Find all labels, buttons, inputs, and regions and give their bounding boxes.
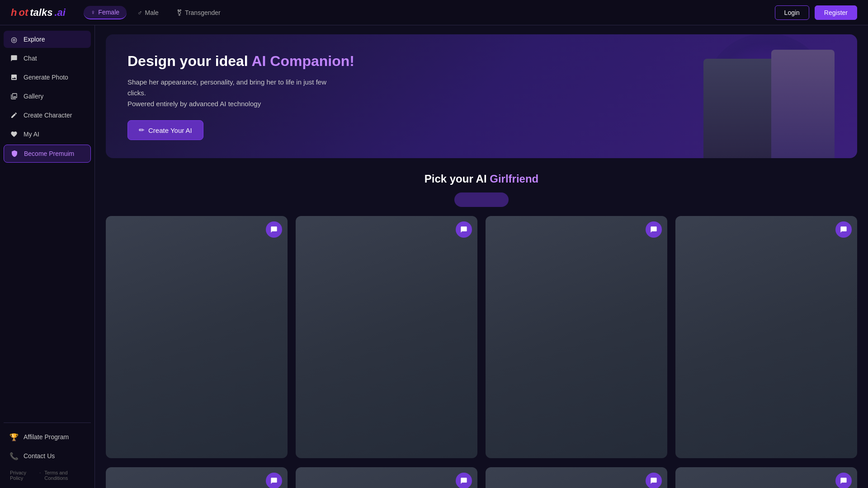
card-placeholder-8 [675,467,857,488]
sidebar-premium-label: Become Premuim [24,150,74,157]
character-card-6[interactable] [296,467,477,488]
sidebar-gallery-label: Gallery [24,93,43,100]
character-card-4[interactable] [675,216,857,458]
tab-male-label: Male [145,9,159,16]
character-card-8[interactable] [675,467,857,488]
chat-icon [10,54,18,62]
hero-subtitle: Shape her appearance, personality, and b… [127,77,344,109]
character-card-5[interactable] [106,467,288,488]
sidebar-item-affiliate[interactable]: 🏆 Affilate Program [4,428,91,446]
logo-ai: .ai [54,7,65,19]
privacy-policy-link[interactable]: Privacy Policy [10,470,36,481]
hero-character-2 [771,50,835,158]
main-content: Design your ideal AI Companion! Shape he… [95,25,868,488]
nav-tabs: ♀ Female ♂ Male ⚧ Transgender [84,6,775,19]
create-ai-label: Create Your AI [148,127,192,134]
main-layout: ◎ Explore Chat Generate Photo Gallery [0,25,868,488]
character-card-7[interactable] [486,467,667,488]
sidebar-generate-photo-label: Generate Photo [24,74,68,81]
tab-transgender[interactable]: ⚧ Transgender [170,6,228,19]
card-placeholder-5 [106,467,288,488]
male-icon: ♂ [137,9,142,16]
card-placeholder-1 [106,216,288,458]
card-placeholder-2 [296,216,477,458]
sidebar-item-contact[interactable]: 📞 Contact Us [4,447,91,465]
explore-icon: ◎ [10,35,18,43]
hero-character-1 [703,59,776,158]
card-placeholder-6 [296,467,477,488]
chat-bubble-btn-7[interactable] [646,473,662,488]
section-title-highlight: Girlfriend [490,173,538,185]
card-placeholder-3 [486,216,667,458]
register-button[interactable]: Register [815,5,857,20]
footer-links: Privacy Policy · Terms and Conditions [4,466,91,483]
section-title: Pick your AI Girlfriend [106,173,857,185]
sidebar-item-explore[interactable]: ◎ Explore [4,31,91,48]
sidebar-item-gallery[interactable]: Gallery [4,88,91,105]
sidebar-explore-label: Explore [24,36,45,43]
character-card-1[interactable] [106,216,288,458]
logo-ot: ot [19,7,28,19]
sidebar-contact-label: Contact Us [24,452,55,460]
character-card-2[interactable] [296,216,477,458]
character-grid-row-2 [106,467,857,488]
contact-icon: 📞 [10,452,18,460]
tab-female[interactable]: ♀ Female [84,6,127,19]
sidebar-my-ai-label: My AI [24,131,39,138]
nav-actions: Login Register [775,5,857,20]
logo[interactable]: hottalks.ai [11,7,66,19]
filter-pill[interactable] [454,192,509,207]
tab-transgender-label: Transgender [185,9,221,16]
sidebar: ◎ Explore Chat Generate Photo Gallery [0,25,95,488]
section-title-start: Pick your AI [425,173,490,185]
sidebar-nav: ◎ Explore Chat Generate Photo Gallery [4,31,91,422]
filter-bar [106,192,857,207]
terms-link[interactable]: Terms and Conditions [44,470,85,481]
hero-banner: Design your ideal AI Companion! Shape he… [106,34,857,158]
navbar: hottalks.ai ♀ Female ♂ Male ⚧ Transgende… [0,0,868,25]
sidebar-create-character-label: Create Character [24,112,72,119]
chat-bubble-btn-8[interactable] [835,473,852,488]
gallery-icon [10,92,18,100]
hero-title-highlight: AI Companion! [251,53,354,69]
sidebar-affiliate-label: Affilate Program [24,433,69,441]
chat-bubble-btn-6[interactable] [456,473,472,488]
create-ai-icon: ✏ [139,126,145,134]
sidebar-item-chat[interactable]: Chat [4,50,91,67]
sidebar-item-my-ai[interactable]: My AI [4,126,91,143]
sidebar-item-create-character[interactable]: Create Character [4,107,91,124]
character-card-3[interactable] [486,216,667,458]
transgender-icon: ⚧ [177,9,182,16]
sidebar-item-generate-photo[interactable]: Generate Photo [4,69,91,86]
card-placeholder-4 [675,216,857,458]
character-grid-row-1 [106,216,857,458]
premium-icon [10,150,19,158]
sidebar-bottom: 🏆 Affilate Program 📞 Contact Us Privacy … [4,422,91,483]
my-ai-icon [10,130,18,138]
tab-female-label: Female [98,9,119,16]
logo-hot: h [11,7,17,19]
tab-male[interactable]: ♂ Male [130,6,166,19]
female-icon: ♀ [91,9,96,16]
create-character-icon [10,111,18,119]
card-placeholder-7 [486,467,667,488]
hero-title-start: Design your ideal [127,53,251,69]
generate-photo-icon [10,73,18,81]
affiliate-icon: 🏆 [10,433,18,441]
logo-talks: talks [30,7,52,19]
sidebar-item-premium[interactable]: Become Premuim [4,145,91,163]
login-button[interactable]: Login [775,5,809,20]
create-ai-button[interactable]: ✏ Create Your AI [127,120,203,140]
sidebar-chat-label: Chat [24,55,37,62]
chat-bubble-btn-5[interactable] [266,473,282,488]
